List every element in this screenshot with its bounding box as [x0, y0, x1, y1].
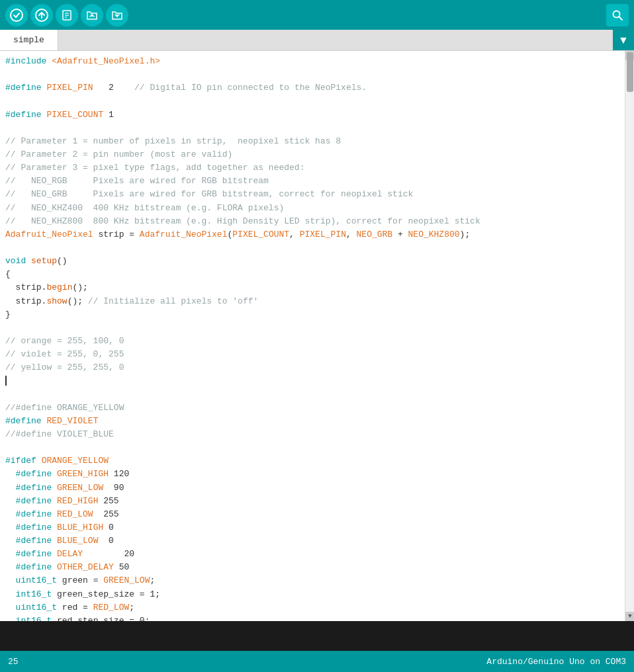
- scrollbar-arrow-down[interactable]: ▼: [625, 612, 634, 621]
- status-board: Arduino/Genuino Uno on COM3: [486, 657, 626, 667]
- search-button[interactable]: [606, 4, 629, 26]
- tab-dropdown-button[interactable]: ▼: [613, 30, 634, 50]
- toolbar-right: [606, 4, 629, 26]
- tabbar: simple ▼: [0, 30, 634, 51]
- svg-line-9: [619, 17, 623, 20]
- verify-button[interactable]: [5, 4, 28, 26]
- status-line: 25: [8, 657, 19, 667]
- dropdown-icon: ▼: [618, 34, 629, 46]
- code-editor[interactable]: #include <Adafruit_NeoPixel.h> #define P…: [0, 51, 625, 621]
- tab-simple[interactable]: simple: [0, 30, 58, 50]
- scrollbar-thumb[interactable]: [627, 52, 633, 92]
- tab-label: simple: [13, 35, 44, 45]
- open-button[interactable]: [81, 4, 103, 26]
- statusbar: 25 Arduino/Genuino Uno on COM3: [0, 651, 634, 672]
- toolbar: [0, 0, 634, 30]
- new-button[interactable]: [56, 4, 78, 26]
- save-button[interactable]: [106, 4, 128, 26]
- console-area: [0, 621, 634, 651]
- upload-button[interactable]: [30, 4, 53, 26]
- code-content: #include <Adafruit_NeoPixel.h> #define P…: [0, 55, 625, 621]
- editor-container: #include <Adafruit_NeoPixel.h> #define P…: [0, 51, 634, 621]
- scrollbar[interactable]: ▲ ▼: [625, 51, 634, 621]
- svg-point-0: [11, 9, 23, 21]
